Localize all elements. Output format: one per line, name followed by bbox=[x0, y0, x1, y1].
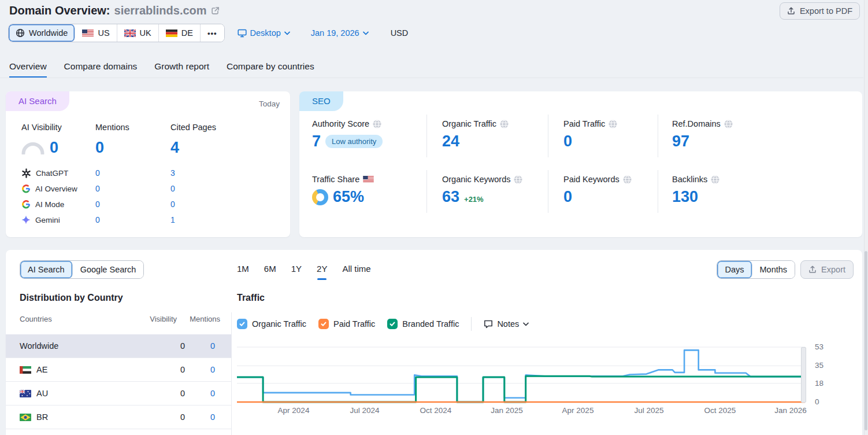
range-2y[interactable]: 2Y bbox=[317, 264, 327, 279]
organic-keywords-value[interactable]: 63 bbox=[442, 188, 459, 206]
backlinks-value[interactable]: 130 bbox=[672, 188, 719, 206]
engine-mentions[interactable]: 0 bbox=[95, 184, 100, 193]
source-ai-search[interactable]: AI Search bbox=[20, 261, 73, 278]
checkbox-checked-icon[interactable] bbox=[387, 319, 398, 329]
divider bbox=[426, 170, 427, 213]
date-selector[interactable]: Jan 19, 2026 bbox=[311, 28, 369, 38]
page-scrollbar[interactable] bbox=[864, 0, 868, 435]
chart-x-axis: Apr 2024Jul 2024Oct 2024Jan 2025Apr 2025… bbox=[237, 406, 805, 416]
chart-range-handle[interactable] bbox=[801, 347, 806, 403]
export-button[interactable]: Export bbox=[800, 260, 854, 279]
paid-traffic-cell: Paid Traffic 0 bbox=[563, 119, 617, 150]
mentions-link[interactable]: 0 bbox=[210, 412, 215, 422]
engine-cited[interactable]: 0 bbox=[170, 200, 175, 209]
ae-flag-icon bbox=[20, 366, 31, 374]
legend-organic-traffic[interactable]: Organic Traffic bbox=[237, 319, 306, 329]
location-de[interactable]: DE bbox=[159, 24, 201, 42]
country-row-au[interactable]: AU 0 0 bbox=[6, 382, 231, 405]
x-tick-label: Apr 2024 bbox=[268, 406, 320, 415]
ref-domains-value[interactable]: 97 bbox=[672, 132, 733, 150]
tab-compare-domains[interactable]: Compare domains bbox=[64, 61, 138, 78]
br-flag-icon bbox=[20, 414, 31, 421]
chevron-down-icon bbox=[284, 31, 290, 35]
location-worldwide[interactable]: Worldwide bbox=[9, 24, 75, 42]
mentions-link[interactable]: 0 bbox=[210, 389, 215, 398]
traffic-share-donut bbox=[312, 189, 328, 205]
y-tick-label: 0 bbox=[815, 397, 819, 406]
ai-visibility-label: AI Visibility bbox=[21, 123, 62, 132]
traffic-share-label: Traffic Share bbox=[312, 175, 359, 184]
checkbox-checked-icon[interactable] bbox=[237, 319, 247, 329]
gauge-icon bbox=[21, 142, 44, 154]
source-toggle: AI Search Google Search bbox=[20, 260, 144, 279]
authority-level-badge: Low authority bbox=[325, 135, 383, 148]
globe-icon bbox=[16, 28, 25, 38]
info-globe-icon[interactable] bbox=[609, 120, 617, 128]
info-globe-icon[interactable] bbox=[711, 175, 719, 184]
paid-keywords-value[interactable]: 0 bbox=[563, 188, 632, 206]
organic-keywords-delta: +21% bbox=[464, 195, 484, 204]
device-selector[interactable]: Desktop bbox=[238, 28, 290, 38]
location-uk-label: UK bbox=[140, 28, 151, 38]
range-1y[interactable]: 1Y bbox=[291, 264, 302, 279]
notes-dropdown[interactable]: Notes bbox=[484, 319, 529, 329]
info-globe-icon[interactable] bbox=[724, 120, 733, 128]
range-1m[interactable]: 1M bbox=[237, 264, 249, 279]
engine-cited[interactable]: 1 bbox=[170, 215, 175, 224]
chart-controls: Days Months Export bbox=[717, 260, 854, 279]
ai-search-card: AI Search Today AI Visibility Mentions C… bbox=[6, 91, 290, 237]
legend-separator bbox=[471, 317, 472, 331]
info-globe-icon[interactable] bbox=[623, 175, 632, 184]
seo-card: SEO Authority Score 7 Low authority Orga… bbox=[299, 91, 862, 237]
range-6m[interactable]: 6M bbox=[264, 264, 276, 279]
engine-mentions[interactable]: 0 bbox=[95, 200, 100, 209]
mentions-link[interactable]: 0 bbox=[210, 341, 215, 351]
country-row-worldwide[interactable]: Worldwide 0 0 bbox=[6, 334, 231, 358]
range-all-time[interactable]: All time bbox=[342, 264, 370, 279]
organic-keywords-cell: Organic Keywords 63 +21% bbox=[442, 175, 522, 206]
legend-label: Paid Traffic bbox=[333, 319, 375, 329]
scrollbar-thumb[interactable] bbox=[865, 251, 867, 430]
chevron-down-icon bbox=[523, 322, 529, 326]
ai-visibility-value: 0 bbox=[21, 139, 58, 157]
country-name: BR bbox=[36, 412, 48, 422]
engine-mentions[interactable]: 0 bbox=[95, 215, 100, 224]
organic-traffic-value[interactable]: 24 bbox=[442, 132, 509, 150]
engine-cited[interactable]: 3 bbox=[170, 168, 175, 178]
location-worldwide-label: Worldwide bbox=[29, 28, 68, 38]
tab-compare-by-countries[interactable]: Compare by countries bbox=[227, 61, 314, 78]
period-label: Today bbox=[259, 99, 280, 108]
location-us[interactable]: US bbox=[75, 24, 117, 42]
tab-overview[interactable]: Overview bbox=[9, 61, 47, 78]
engine-row-chatgpt: ChatGPT 0 3 bbox=[21, 167, 276, 179]
traffic-chart[interactable] bbox=[237, 344, 805, 404]
country-row-br[interactable]: BR 0 0 bbox=[6, 405, 231, 429]
engine-mentions[interactable]: 0 bbox=[95, 168, 100, 178]
paid-traffic-value[interactable]: 0 bbox=[563, 132, 617, 150]
date-label: Jan 19, 2026 bbox=[311, 28, 359, 38]
info-globe-icon[interactable] bbox=[514, 175, 522, 184]
location-uk[interactable]: UK bbox=[117, 24, 159, 42]
source-google-search[interactable]: Google Search bbox=[73, 261, 144, 278]
engine-name: ChatGPT bbox=[36, 169, 68, 178]
country-row-ae[interactable]: AE 0 0 bbox=[6, 358, 231, 382]
col-countries: Countries bbox=[20, 315, 52, 323]
granularity-days[interactable]: Days bbox=[717, 261, 752, 278]
engine-cited[interactable]: 0 bbox=[170, 184, 175, 193]
cited-pages-label: Cited Pages bbox=[170, 123, 216, 132]
external-link-icon[interactable] bbox=[211, 6, 220, 15]
y-tick-label: 35 bbox=[815, 361, 824, 370]
checkbox-checked-icon[interactable] bbox=[318, 319, 329, 329]
tab-growth-report[interactable]: Growth report bbox=[154, 61, 209, 78]
info-globe-icon[interactable] bbox=[373, 120, 381, 128]
location-more-button[interactable]: ••• bbox=[201, 24, 224, 42]
mentions-link[interactable]: 0 bbox=[210, 365, 215, 374]
panel-divider bbox=[231, 312, 232, 435]
legend-paid-traffic[interactable]: Paid Traffic bbox=[318, 319, 375, 329]
granularity-months[interactable]: Months bbox=[752, 261, 795, 278]
engine-row-gemini: Gemini 0 1 bbox=[21, 213, 276, 226]
legend-branded-traffic[interactable]: Branded Traffic bbox=[387, 319, 459, 329]
export-to-pdf-button[interactable]: Export to PDF bbox=[780, 2, 860, 20]
location-us-label: US bbox=[98, 28, 109, 38]
info-globe-icon[interactable] bbox=[500, 120, 509, 128]
